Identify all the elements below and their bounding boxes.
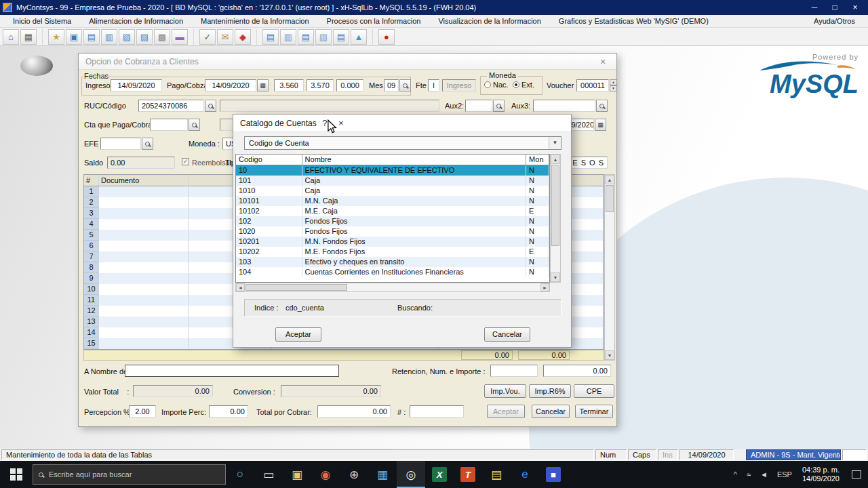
imp-r6-button[interactable]: Imp.R6%	[529, 384, 571, 398]
cta-field[interactable]	[150, 119, 188, 131]
efe-field[interactable]	[100, 138, 141, 150]
accounts-column-header-nombre[interactable]: Nombre	[302, 155, 527, 165]
ext-radio[interactable]	[513, 81, 519, 88]
account-code[interactable]: 10101	[236, 196, 302, 206]
account-code[interactable]: 1010	[236, 186, 302, 196]
grid-cell[interactable]	[99, 262, 189, 273]
volume-icon[interactable]: ◄	[755, 470, 772, 479]
scroll-down-icon[interactable]: ▼	[605, 350, 614, 360]
grid-cell[interactable]	[99, 338, 189, 349]
tipo-cambio3-field[interactable]: 0.000	[336, 79, 363, 92]
grid-row-number[interactable]: 13	[84, 317, 99, 327]
account-code[interactable]: 102	[236, 216, 302, 226]
account-currency[interactable]: N	[526, 176, 549, 186]
account-currency[interactable]: E	[526, 206, 549, 216]
cortana-icon[interactable]: ○	[226, 461, 254, 488]
importe-perc-field[interactable]: 0.00	[209, 405, 248, 418]
imp-vou-button[interactable]: Imp.Vou.	[484, 384, 526, 398]
scroll-down-icon[interactable]: ▼	[551, 272, 560, 282]
account-currency[interactable]: N	[526, 216, 549, 226]
aux2-field[interactable]	[465, 100, 492, 112]
account-code[interactable]: 10201	[236, 237, 302, 247]
taskbar-search[interactable]: Escribe aquí para buscar	[33, 464, 226, 485]
menu-inicio-del-sistema[interactable]: Inicio del Sistema	[4, 16, 80, 26]
maximize-button[interactable]: □	[825, 1, 845, 14]
grid-vertical-scrollbar[interactable]: ▲ ▼	[604, 174, 615, 361]
spin-down-icon[interactable]: ▼	[610, 85, 617, 92]
aux3-search-button[interactable]	[596, 100, 608, 112]
diamond-icon-button[interactable]: ◆	[235, 29, 251, 45]
key-icon-button[interactable]: ★	[48, 29, 64, 45]
fte-field[interactable]: I	[428, 79, 439, 92]
grid-cell[interactable]	[99, 327, 189, 338]
scroll-right-icon[interactable]: ►	[540, 283, 549, 291]
menu-procesos-con-la-informacion[interactable]: Procesos con la Informacion	[318, 16, 430, 26]
close-button[interactable]: ×	[845, 1, 865, 14]
accounts-table[interactable]: CodigoNombreMon 10EFECTIVO Y EQUIVALENTE…	[235, 154, 550, 283]
grid-cell[interactable]	[99, 230, 189, 241]
mail-icon-button[interactable]: ✉	[217, 29, 233, 45]
pago-calendar-button[interactable]: ▦	[257, 79, 269, 92]
record-stop-icon-button[interactable]: ●	[378, 29, 395, 45]
account-name[interactable]: Caja	[302, 186, 527, 196]
account-code[interactable]: 10	[236, 165, 302, 176]
account-currency[interactable]: N	[526, 237, 549, 247]
cobranza-close-icon[interactable]: ×	[596, 56, 610, 67]
grid-cell[interactable]	[99, 186, 189, 197]
aux3-field[interactable]	[533, 100, 595, 112]
report3-icon-button[interactable]: ▤	[298, 29, 314, 45]
powerpoint-icon[interactable]: T	[454, 461, 482, 488]
account-currency[interactable]: N	[526, 186, 549, 196]
account-row-102[interactable]: 102Fondos FijosN	[236, 216, 549, 226]
calc-icon-button[interactable]: ▩	[154, 29, 170, 45]
catalogo-cancelar-button[interactable]: Cancelar	[484, 327, 530, 342]
nac-radio[interactable]	[484, 81, 491, 88]
report5-icon-button[interactable]: ▤	[333, 29, 349, 45]
hidden-icons-chevron[interactable]: ^	[729, 470, 742, 479]
account-currency[interactable]: N	[526, 267, 549, 277]
grid-cell[interactable]	[99, 241, 189, 251]
start-button[interactable]	[0, 461, 33, 488]
account-name[interactable]: M.E. Caja	[302, 206, 527, 216]
scroll-left-icon[interactable]: ◄	[236, 283, 245, 291]
account-code[interactable]: 103	[236, 257, 302, 267]
account-row-101[interactable]: 101CajaN	[236, 176, 549, 186]
grid-row-number[interactable]: 11	[84, 295, 99, 306]
aux2-search-button[interactable]	[493, 100, 505, 112]
cobranza-titlebar[interactable]: Opcion de Cobranza a Clientes ×	[79, 54, 616, 70]
moneda-ext-option[interactable]: Ext.	[513, 81, 534, 89]
grid-cell[interactable]	[99, 208, 189, 219]
cta-search-button[interactable]	[189, 119, 200, 131]
check-date-icon-button[interactable]: ✓	[199, 29, 216, 45]
account-code[interactable]: 1020	[236, 226, 302, 237]
menu-visualizacion-de-la-informacion[interactable]: Visualizacion de la Informacion	[429, 16, 549, 26]
folder-icon[interactable]: ▤	[482, 461, 511, 488]
fecha-doc-calendar-button[interactable]: ▦	[595, 119, 606, 131]
voucher-spinner[interactable]: ▲▼	[610, 79, 617, 92]
account-currency[interactable]: N	[526, 165, 549, 176]
ruc-field[interactable]: 20524370086	[138, 100, 204, 112]
grid-row-number[interactable]: 12	[84, 306, 99, 317]
table-horizontal-scrollbar[interactable]: ◄ ►	[235, 283, 550, 292]
num-doc-field[interactable]	[410, 405, 464, 418]
photos-icon[interactable]: ▦	[368, 461, 397, 488]
efe-search-button[interactable]	[142, 138, 153, 150]
spin-up-icon[interactable]: ▲	[610, 79, 617, 85]
report1-icon-button[interactable]: ▤	[262, 29, 279, 45]
chrome-icon[interactable]: ◉	[311, 461, 340, 488]
language-indicator[interactable]: ESP	[772, 470, 797, 479]
grid-row-number[interactable]: 4	[84, 219, 99, 230]
grid-row-number[interactable]: 7	[84, 251, 99, 262]
account-row-1010[interactable]: 1010CajaN	[236, 186, 549, 196]
razon-social-field[interactable]	[220, 100, 439, 112]
account-name[interactable]: M.E. Fondos Fijos	[302, 247, 527, 257]
menu-ayuda-otros[interactable]: Ayuda/Otros	[805, 16, 864, 26]
account-code[interactable]: 104	[236, 267, 302, 277]
grid-cell[interactable]	[99, 251, 189, 262]
menu-alimentacion-de-informacion[interactable]: Alimentacion de Informacion	[80, 16, 192, 26]
grid-cell[interactable]	[99, 284, 189, 295]
account-name[interactable]: M.N. Caja	[302, 196, 527, 206]
terminar-button[interactable]: Terminar	[575, 405, 613, 418]
account-code[interactable]: 10102	[236, 206, 302, 216]
grid-row-number[interactable]: 2	[84, 197, 99, 208]
